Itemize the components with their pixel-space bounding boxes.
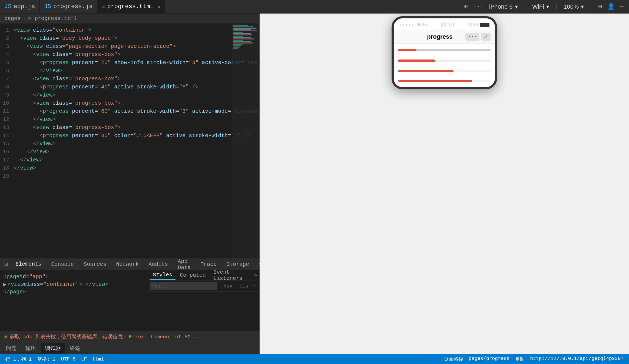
device-selector[interactable]: iPhone 6 ▾: [489, 3, 518, 10]
expand-icon[interactable]: ▶: [3, 281, 6, 288]
code-line-7: 7 <view class="progress-box">: [0, 75, 259, 83]
styles-panel: Styles Computed Event Listeners » :hov .…: [147, 270, 259, 331]
top-bar-right: ⊞ ··· iPhone 6 ▾ | WiFi ▾ | 100% ▾ | ⊞ 👤…: [464, 3, 629, 11]
phone-nav-buttons: ··· ⤢: [465, 33, 491, 41]
hov-button[interactable]: :hov: [220, 282, 233, 290]
separator-2: |: [555, 3, 558, 10]
tab-label-app-js: app.js: [14, 3, 35, 10]
progress-bar-4: [398, 80, 491, 82]
zoom-selector[interactable]: 100% ▾: [564, 3, 584, 10]
network-selector[interactable]: WiFi ▾: [532, 3, 549, 10]
code-line-5: 5 <progress percent="20" show-info strok…: [0, 58, 259, 67]
code-line-4: 4 <view class="progress-box">: [0, 50, 259, 58]
phone-expand-button[interactable]: ⤢: [481, 33, 491, 41]
add-style-button[interactable]: +: [251, 282, 257, 290]
code-line-9: 9 </view>: [0, 91, 259, 99]
tab-trace[interactable]: Trace: [196, 260, 221, 269]
styles-more-icon[interactable]: »: [254, 272, 257, 278]
code-lines: 1 <view class="container"> 2 <view class…: [0, 24, 259, 259]
dom-line-1: <page id="app">: [3, 273, 144, 280]
code-line-15: 15 </view>: [0, 140, 259, 148]
status-bar-right: 页面路径 pages/progress 复制 http://127.0.0.1/…: [444, 356, 624, 362]
dom-line-3: </page>: [3, 288, 144, 296]
panel-body: <page id="app"> ▶<view class="container"…: [0, 270, 259, 331]
panel-tab-output[interactable]: 输出: [22, 343, 40, 353]
devtools-inspect-icon[interactable]: ⊡: [2, 260, 10, 269]
tab-elements[interactable]: Elements: [11, 259, 46, 269]
code-editor[interactable]: 1 <view class="container"> 2 <view class…: [0, 24, 259, 259]
battery-icon: [480, 23, 489, 27]
filter-bar: :hov .cls +: [147, 280, 259, 292]
breadcrumb-sep: ›: [23, 15, 26, 22]
phone-status-right: 100%: [468, 22, 489, 27]
error-message: 获取 sdk 列表失败，使用离线基础库，错误信息: Error: timeout…: [10, 333, 200, 340]
zoom-level: 100%: [564, 3, 579, 10]
code-line-18: 18 </view>: [0, 164, 259, 172]
separator-1: |: [523, 3, 527, 10]
code-line-8: 8 <progress percent="40" active stroke-w…: [0, 83, 259, 91]
status-copy-button[interactable]: 复制: [515, 356, 525, 362]
chevron-down-icon: ▾: [515, 3, 518, 10]
progress-bar-2: [398, 59, 491, 62]
phone-page-title: progress: [414, 33, 465, 40]
panel-tab-issues[interactable]: 问题: [2, 343, 21, 353]
status-page-path-label: 页面路径: [444, 356, 463, 362]
panel-tab-debugger[interactable]: 调试器: [41, 343, 65, 353]
status-space: 空格: 2: [37, 356, 55, 362]
status-encoding: UTF-8: [61, 356, 76, 362]
styles-content: [147, 292, 259, 331]
dom-line-2: ▶<view class="container">…</view>: [3, 280, 144, 288]
cls-button[interactable]: .cls: [236, 282, 249, 290]
zoom-chevron-icon: ▾: [581, 3, 584, 10]
tab-progress-ttml[interactable]: ≡ progress.ttml ✕: [97, 0, 165, 13]
tab-appdata[interactable]: App Data: [173, 257, 195, 272]
phone-body: [394, 44, 495, 87]
error-bar: ⊗ 获取 sdk 列表失败，使用离线基础库，错误信息: Error: timeo…: [0, 331, 259, 342]
phone-frame: ●●●●● WiFi 22:10 100% progress ··· ⤢: [392, 16, 497, 89]
status-row-col: 行 1，列 1: [5, 356, 32, 362]
layout-icon[interactable]: ⊞: [598, 3, 602, 10]
tab-storage[interactable]: Storage: [222, 260, 253, 269]
back-icon[interactable]: ←: [620, 3, 624, 10]
tab-app-js[interactable]: JS app.js: [0, 0, 40, 13]
tab-audits[interactable]: Audits: [144, 260, 172, 269]
signal-dots: ●●●●●: [399, 23, 415, 27]
phone-status-bar: ●●●●● WiFi 22:10 100%: [394, 18, 495, 30]
split-editor-icon[interactable]: ⊞: [464, 3, 468, 11]
phone-status-left: ●●●●● WiFi: [399, 22, 427, 28]
dom-panel: <page id="app"> ▶<view class="container"…: [0, 270, 147, 331]
tab-sources[interactable]: Sources: [79, 260, 111, 269]
styles-tab-computed[interactable]: Computed: [177, 271, 209, 279]
phone-more-button[interactable]: ···: [465, 33, 479, 41]
device-name: iPhone 6: [489, 3, 513, 10]
tab-console[interactable]: Console: [47, 260, 78, 269]
styles-tab-styles[interactable]: Styles: [150, 271, 176, 280]
code-line-13: 13 <view class="progress-box">: [0, 123, 259, 131]
tab-label-progress-ttml: progress.ttml: [107, 3, 154, 10]
phone-network: WiFi: [417, 22, 427, 28]
status-line-ending: LF: [81, 356, 87, 362]
phone-nav-bar: progress ··· ⤢: [394, 30, 495, 44]
person-icon[interactable]: 👤: [607, 3, 615, 10]
devtools-top-bar: ⊡ Elements Console Sources Network Audit…: [0, 259, 259, 270]
code-line-6: 6 </view>: [0, 67, 259, 75]
breadcrumb-file: ≡ progress.ttml: [28, 15, 77, 22]
tab-network[interactable]: Network: [112, 260, 143, 269]
code-line-12: 12 </view>: [0, 115, 259, 123]
bottom-panel: ⊡ Elements Console Sources Network Audit…: [0, 259, 259, 342]
phone-time: 22:10: [441, 22, 454, 28]
editor-section: pages › ≡ progress.ttml 1 <view class="c…: [0, 14, 260, 354]
progress-bar-3: [398, 70, 491, 72]
more-actions-icon[interactable]: ···: [473, 3, 484, 10]
js-icon: JS: [4, 3, 11, 10]
code-line-16: 16 </view>: [0, 148, 259, 156]
progress-bar-1: [398, 49, 491, 51]
breadcrumb: pages › ≡ progress.ttml: [0, 14, 259, 24]
code-line-3: 3 <view class="page-section page-section…: [0, 42, 259, 50]
tab-progress-js[interactable]: JS progress.js: [40, 0, 97, 13]
code-line-17: 17 </view>: [0, 156, 259, 164]
filter-input[interactable]: [150, 282, 217, 290]
code-line-11: 11 <progress percent="60" active stroke-…: [0, 107, 259, 115]
close-tab-icon[interactable]: ✕: [157, 4, 160, 10]
panel-tab-terminal[interactable]: 终端: [66, 343, 84, 353]
